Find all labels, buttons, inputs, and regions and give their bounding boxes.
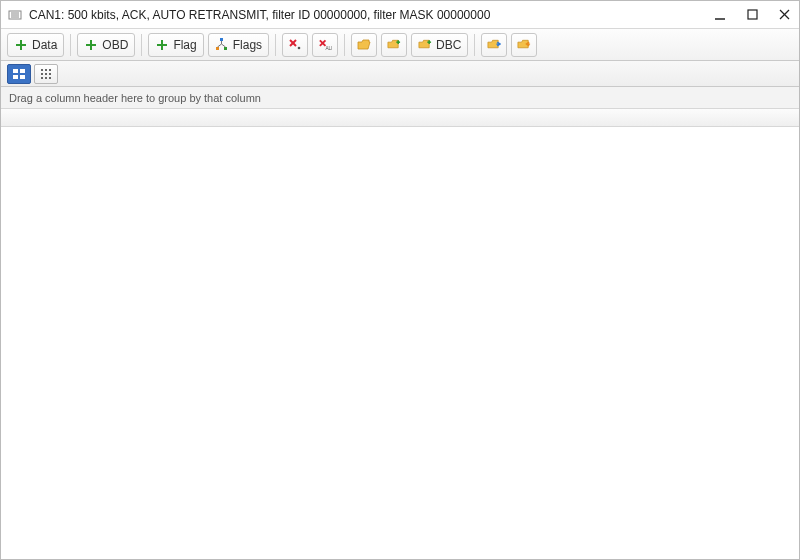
plus-icon — [14, 38, 28, 52]
export-button[interactable] — [511, 33, 537, 57]
svg-rect-35 — [45, 69, 47, 71]
flags-label: Flags — [233, 38, 262, 52]
maximize-button[interactable] — [743, 6, 761, 24]
svg-rect-37 — [41, 73, 43, 75]
delete-all-icon: ALL — [318, 38, 332, 52]
svg-line-18 — [218, 44, 222, 47]
add-flag-label: Flag — [173, 38, 196, 52]
svg-rect-14 — [220, 38, 223, 41]
view-toolbar — [1, 61, 799, 87]
dbc-label: DBC — [436, 38, 461, 52]
add-data-label: Data — [32, 38, 57, 52]
svg-rect-16 — [224, 47, 227, 50]
groupby-hint: Drag a column header here to group by th… — [9, 92, 261, 104]
svg-text:ALL: ALL — [326, 46, 333, 51]
separator — [474, 34, 475, 56]
app-icon — [7, 7, 23, 23]
svg-rect-34 — [41, 69, 43, 71]
minimize-button[interactable] — [711, 6, 729, 24]
flags-button[interactable]: Flags — [208, 33, 269, 57]
plus-icon — [84, 38, 98, 52]
card-view-button[interactable] — [7, 64, 31, 84]
add-flag-button[interactable]: Flag — [148, 33, 203, 57]
svg-rect-31 — [20, 69, 25, 73]
delete-all-button[interactable]: ALL — [312, 33, 338, 57]
main-toolbar: Data OBD Flag Flags ALL — [1, 29, 799, 61]
svg-rect-40 — [41, 77, 43, 79]
svg-rect-41 — [45, 77, 47, 79]
folder-arrow-in-icon — [487, 38, 501, 52]
separator — [344, 34, 345, 56]
svg-rect-5 — [748, 10, 757, 19]
window-title: CAN1: 500 kbits, ACK, AUTO RETRANSMIT, f… — [29, 8, 711, 22]
separator — [275, 34, 276, 56]
column-header-row[interactable] — [1, 109, 799, 127]
plus-icon — [155, 38, 169, 52]
tree-icon — [215, 38, 229, 52]
folder-plus-icon — [418, 38, 432, 52]
card-view-icon — [12, 68, 26, 80]
folder-open-icon — [357, 38, 371, 52]
folder-plus-icon — [387, 38, 401, 52]
svg-rect-32 — [13, 75, 18, 79]
separator — [70, 34, 71, 56]
window-controls — [711, 6, 793, 24]
add-obd-label: OBD — [102, 38, 128, 52]
svg-line-19 — [222, 44, 226, 47]
grid-view-icon — [40, 68, 52, 80]
svg-rect-42 — [49, 77, 51, 79]
delete-button[interactable] — [282, 33, 308, 57]
svg-rect-39 — [49, 73, 51, 75]
svg-point-22 — [298, 47, 301, 50]
grid-view-button[interactable] — [34, 64, 58, 84]
svg-rect-30 — [13, 69, 18, 73]
close-button[interactable] — [775, 6, 793, 24]
dbc-folder-button[interactable]: DBC — [411, 33, 468, 57]
add-folder-button[interactable] — [381, 33, 407, 57]
title-bar: CAN1: 500 kbits, ACK, AUTO RETRANSMIT, f… — [1, 1, 799, 29]
groupby-panel[interactable]: Drag a column header here to group by th… — [1, 87, 799, 109]
svg-rect-15 — [216, 47, 219, 50]
add-obd-button[interactable]: OBD — [77, 33, 135, 57]
open-folder-button[interactable] — [351, 33, 377, 57]
svg-rect-33 — [20, 75, 25, 79]
svg-rect-38 — [45, 73, 47, 75]
add-data-button[interactable]: Data — [7, 33, 64, 57]
import-button[interactable] — [481, 33, 507, 57]
separator — [141, 34, 142, 56]
grid-body — [1, 127, 799, 559]
delete-icon — [288, 38, 302, 52]
folder-arrow-out-icon — [517, 38, 531, 52]
svg-rect-36 — [49, 69, 51, 71]
